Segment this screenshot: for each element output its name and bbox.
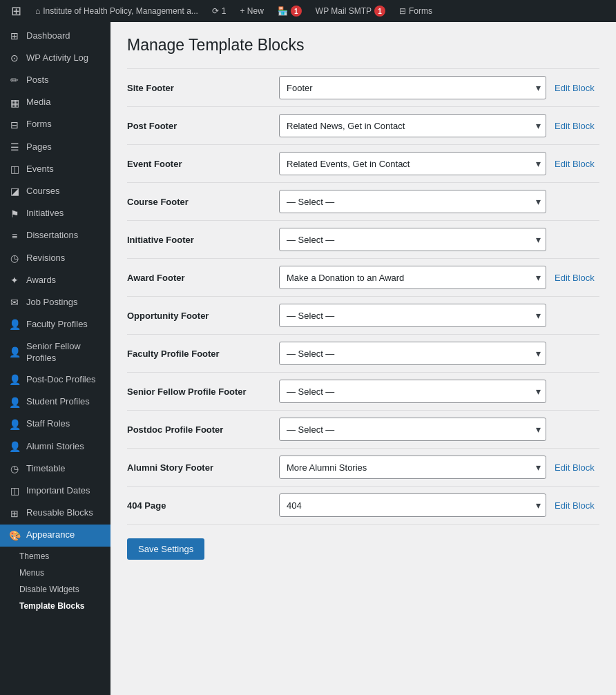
tb-select-post-footer[interactable]: Related News, Get in Contact	[279, 114, 546, 137]
sidebar-item-student-profiles[interactable]: 👤 Student Profiles	[0, 391, 110, 413]
tb-select-faculty-profile-footer[interactable]: — Select —	[279, 342, 546, 365]
dashboard-icon: ⊞	[8, 30, 21, 42]
media-icon: ▦	[8, 97, 21, 109]
tb-edit-link-404-page[interactable]: Edit Block	[555, 500, 599, 511]
sidebar: ⊞ Dashboard ⊙ WP Activity Log ✏ Posts ▦ …	[0, 22, 110, 695]
appearance-icon: 🎨	[8, 529, 21, 542]
tb-select-wrap-opportunity-footer: — Select —▾	[279, 304, 546, 327]
tb-row-post-footer: Post FooterRelated News, Get in Contact▾…	[127, 107, 599, 145]
tb-edit-link-site-footer[interactable]: Edit Block	[555, 83, 599, 93]
site-name-button[interactable]: ⌂ Institute of Health Policy, Management…	[30, 0, 204, 22]
post-doc-icon: 👤	[8, 373, 21, 386]
sidebar-item-job-postings[interactable]: ✉ Job Postings	[0, 291, 110, 313]
tb-label-alumni-story-footer: Alumni Story Footer	[127, 462, 279, 473]
sidebar-item-reusable-blocks[interactable]: ⊞ Reusable Blocks	[0, 502, 110, 525]
sidebar-item-revisions[interactable]: ◷ Revisions	[0, 247, 110, 269]
sidebar-label-dissertations: Dissertations	[26, 230, 78, 242]
tb-select-opportunity-footer[interactable]: — Select —	[279, 304, 546, 327]
sidebar-item-media[interactable]: ▦ Media	[0, 92, 110, 114]
tb-row-course-footer: Course Footer— Select —▾	[127, 183, 599, 221]
tb-select-wrap-faculty-profile-footer: — Select —▾	[279, 342, 546, 365]
woocommerce-icon: 🏪	[278, 6, 288, 16]
tb-select-postdoc-profile-footer[interactable]: — Select —	[279, 418, 546, 441]
forms-button[interactable]: ⊟ Forms	[394, 0, 438, 22]
tb-label-event-footer: Event Footer	[127, 159, 279, 169]
courses-icon: ◪	[8, 185, 21, 197]
sidebar-label-posts: Posts	[26, 75, 49, 86]
tb-select-site-footer[interactable]: Footer	[279, 76, 546, 99]
posts-icon: ✏	[8, 74, 21, 86]
sidebar-item-initiatives[interactable]: ⚑ Initiatives	[0, 203, 110, 225]
themes-label: Themes	[19, 551, 49, 561]
tb-row-404-page: 404 Page404▾Edit Block	[127, 487, 599, 525]
tb-select-wrap-postdoc-profile-footer: — Select —▾	[279, 418, 546, 441]
woocommerce-button[interactable]: 🏪 1	[272, 0, 307, 22]
sidebar-item-wp-activity-log[interactable]: ⊙ WP Activity Log	[0, 47, 110, 69]
sidebar-item-posts[interactable]: ✏ Posts	[0, 69, 110, 91]
tb-select-404-page[interactable]: 404	[279, 493, 546, 517]
tb-select-course-footer[interactable]: — Select —	[279, 190, 546, 213]
tb-select-initiative-footer[interactable]: — Select —	[279, 228, 546, 251]
awards-icon: ✦	[8, 274, 21, 286]
reusable-blocks-icon: ⊞	[8, 507, 21, 520]
sidebar-item-appearance[interactable]: 🎨 Appearance	[0, 525, 110, 547]
tb-select-wrap-award-footer: Make a Donation to an Award▾	[279, 266, 546, 289]
sidebar-sub-item-themes[interactable]: Themes	[0, 548, 110, 565]
smtp-button[interactable]: WP Mail SMTP 1	[310, 0, 391, 22]
tb-row-event-footer: Event FooterRelated Events, Get in Conta…	[127, 145, 599, 183]
page-title: Manage Template Blocks	[127, 36, 599, 55]
sidebar-sub-item-disable-widgets[interactable]: Disable Widgets	[0, 581, 110, 598]
senior-fellow-icon: 👤	[8, 346, 21, 358]
sidebar-item-forms[interactable]: ⊟ Forms	[0, 114, 110, 136]
sidebar-item-faculty-profiles[interactable]: 👤 Faculty Profiles	[0, 313, 110, 335]
sidebar-item-timetable[interactable]: ◷ Timetable	[0, 458, 110, 480]
tb-select-award-footer[interactable]: Make a Donation to an Award	[279, 266, 546, 289]
sidebar-item-dashboard[interactable]: ⊞ Dashboard	[0, 25, 110, 47]
sidebar-item-pages[interactable]: ☰ Pages	[0, 136, 110, 158]
woocommerce-badge: 1	[291, 6, 302, 17]
wp-logo-icon: ⊞	[11, 3, 21, 19]
sidebar-item-awards[interactable]: ✦ Awards	[0, 269, 110, 291]
sidebar-item-courses[interactable]: ◪ Courses	[0, 180, 110, 202]
staff-roles-icon: 👤	[8, 418, 21, 431]
tb-select-wrap-site-footer: Footer▾	[279, 76, 546, 99]
tb-select-event-footer[interactable]: Related Events, Get in Contact	[279, 152, 546, 175]
tb-edit-link-alumni-story-footer[interactable]: Edit Block	[555, 462, 599, 473]
appearance-submenu: Themes Menus Disable Widgets Template Bl…	[0, 547, 110, 618]
tb-select-alumni-story-footer[interactable]: More Alumni Stories	[279, 456, 546, 479]
tb-select-senior-fellow-profile-footer[interactable]: — Select —	[279, 380, 546, 403]
tb-row-initiative-footer: Initiative Footer— Select —▾	[127, 221, 599, 259]
tb-label-course-footer: Course Footer	[127, 197, 279, 207]
updates-button[interactable]: ⟳ 1	[206, 0, 232, 22]
sidebar-item-important-dates[interactable]: ◫ Important Dates	[0, 480, 110, 502]
sidebar-label-reusable-blocks: Reusable Blocks	[26, 507, 93, 519]
sidebar-label-activity-log: WP Activity Log	[26, 52, 88, 64]
sidebar-sub-item-menus[interactable]: Menus	[0, 565, 110, 581]
initiatives-icon: ⚑	[8, 208, 21, 220]
sidebar-item-dissertations[interactable]: ≡ Dissertations	[0, 225, 110, 247]
updates-count: 1	[222, 6, 227, 16]
save-settings-button[interactable]: Save Settings	[127, 538, 204, 560]
sidebar-item-staff-roles[interactable]: 👤 Staff Roles	[0, 413, 110, 435]
tb-select-wrap-event-footer: Related Events, Get in Contact▾	[279, 152, 546, 175]
sidebar-item-post-doc-profiles[interactable]: 👤 Post-Doc Profiles	[0, 369, 110, 391]
forms-nav-icon: ⊟	[8, 119, 21, 131]
new-button[interactable]: + New	[235, 0, 269, 22]
forms-label: Forms	[409, 6, 432, 16]
sidebar-item-alumni-stories[interactable]: 👤 Alumni Stories	[0, 435, 110, 458]
site-name: Institute of Health Policy, Management a…	[43, 6, 198, 16]
wp-logo-button[interactable]: ⊞	[6, 0, 27, 22]
sidebar-item-senior-fellow-profiles[interactable]: 👤 Senior Fellow Profiles	[0, 336, 110, 369]
tb-label-faculty-profile-footer: Faculty Profile Footer	[127, 349, 279, 359]
tb-label-post-footer: Post Footer	[127, 121, 279, 131]
tb-edit-link-post-footer[interactable]: Edit Block	[555, 121, 599, 131]
sidebar-label-alumni-stories: Alumni Stories	[26, 441, 84, 453]
template-blocks-table: Site FooterFooter▾Edit BlockPost FooterR…	[127, 68, 599, 525]
sidebar-sub-item-template-blocks[interactable]: Template Blocks	[0, 598, 110, 614]
tb-edit-link-award-footer[interactable]: Edit Block	[555, 273, 599, 283]
sidebar-item-events[interactable]: ◫ Events	[0, 158, 110, 180]
faculty-profiles-icon: 👤	[8, 318, 21, 331]
tb-edit-link-event-footer[interactable]: Edit Block	[555, 159, 599, 169]
sidebar-label-job-postings: Job Postings	[26, 297, 77, 309]
tb-select-wrap-course-footer: — Select —▾	[279, 190, 546, 213]
